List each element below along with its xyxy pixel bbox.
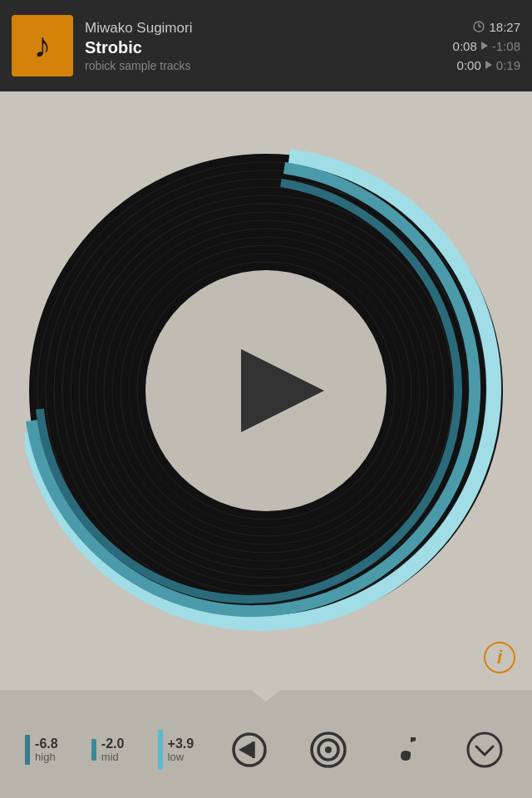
current-time: 0:08 [453,39,477,53]
eq-mid[interactable]: -2.0 mid [91,736,125,764]
current-time-row: 0:08 -1:08 [453,39,520,53]
eq-high[interactable]: -6.8 high [25,735,58,765]
eq-high-bar [25,735,30,765]
panel-divider [251,690,281,702]
header: ♪ Miwako Sugimori Strobic robick sample … [0,0,532,91]
next-time-row: 0:00 0:19 [457,58,520,72]
eq-low-bar [158,730,163,770]
eq-low[interactable]: +3.9 low [158,730,195,770]
next-duration: 0:19 [496,58,520,72]
svg-point-22 [325,746,332,753]
time-info: 18:27 0:08 -1:08 0:00 0:19 [453,20,520,72]
music-note-icon: ♪ [34,26,52,66]
eq-high-label-group: -6.8 high [35,736,58,764]
eq-high-freq: high [35,751,56,763]
note-button[interactable] [384,727,429,772]
total-time: 18:27 [489,20,520,34]
clock-icon [473,21,485,32]
album-art[interactable]: ♪ [12,15,73,76]
eq-low-label-group: +3.9 low [168,736,195,764]
eq-mid-value: -2.0 [101,736,125,751]
note-icon [387,731,426,769]
track-name: Strobic [85,38,441,57]
track-info: Miwako Sugimori Strobic robick sample tr… [85,20,441,72]
eq-high-value: -6.8 [35,736,58,751]
eq-low-value: +3.9 [168,736,195,751]
remaining-time: -1:08 [492,39,520,53]
album-name: robick sample tracks [85,59,441,72]
play-icon-small [481,42,488,50]
record-button[interactable] [306,727,351,772]
chevron-down-icon [466,731,504,769]
play-icon-next [485,61,492,69]
next-time: 0:00 [457,58,481,72]
expand-button[interactable] [462,727,507,772]
info-button[interactable]: i [484,642,515,673]
vinyl-container[interactable] [25,150,507,632]
controls-row: -6.8 high -2.0 mid +3.9 low [0,702,532,798]
rewind-button[interactable] [227,727,272,772]
rewind-icon [230,731,268,769]
bottom-panel: -6.8 high -2.0 mid +3.9 low [0,690,532,798]
record-icon [309,731,347,769]
vinyl-disc [25,150,507,632]
artist-name: Miwako Sugimori [85,20,441,37]
eq-mid-bar [91,739,96,761]
total-time-row: 18:27 [473,20,520,34]
eq-low-freq: low [168,751,185,763]
main-area: i [0,91,532,690]
eq-mid-label-group: -2.0 mid [101,736,125,764]
svg-point-23 [468,733,501,766]
eq-mid-freq: mid [101,751,119,763]
